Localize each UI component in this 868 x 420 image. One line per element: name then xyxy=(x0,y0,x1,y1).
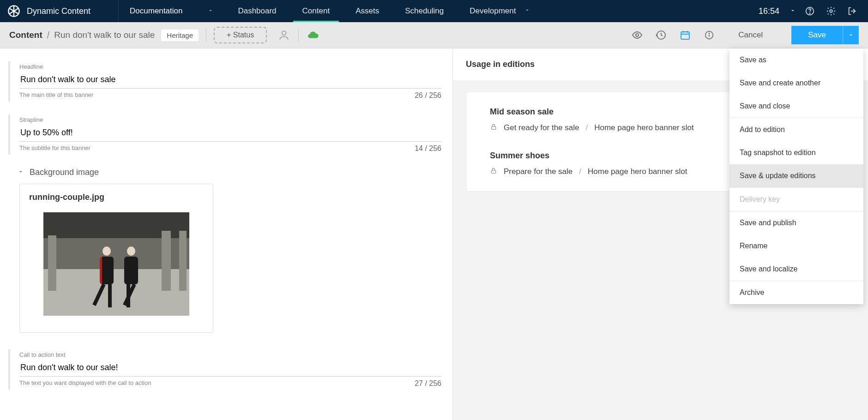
char-count: 14 / 256 xyxy=(415,144,441,153)
chevron-down-icon xyxy=(790,6,796,16)
separator xyxy=(298,28,299,42)
toolbar-icons: Cancel Save xyxy=(631,26,859,44)
nav-tabs: Dashboard Content Assets Scheduling Deve… xyxy=(225,0,543,22)
svg-point-5 xyxy=(636,34,639,36)
breadcrumb: Content / Run don't walk to our sale xyxy=(9,30,155,41)
logout-icon[interactable] xyxy=(845,4,860,18)
menu-item-rename[interactable]: Rename xyxy=(729,234,863,258)
svg-point-3 xyxy=(830,10,832,12)
tab-scheduling[interactable]: Scheduling xyxy=(392,0,457,22)
tab-assets[interactable]: Assets xyxy=(343,0,392,22)
nav-documentation[interactable]: Documentation xyxy=(119,0,225,22)
cta-input[interactable] xyxy=(19,360,441,377)
topbar-right: 16:54 xyxy=(759,4,868,18)
svg-rect-6 xyxy=(681,32,689,39)
path-sep: / xyxy=(585,123,588,132)
cancel-button[interactable]: Cancel xyxy=(727,26,774,44)
field-cta: Call to action text The text you want di… xyxy=(8,349,441,390)
brand-title: Dynamic Content xyxy=(27,0,119,22)
tab-dashboard[interactable]: Dashboard xyxy=(225,0,289,22)
save-menu: Save asSave and create anotherSave and c… xyxy=(729,48,863,304)
menu-item-save-update-editions[interactable]: Save & update editions xyxy=(729,164,863,187)
menu-item-add-to-edition[interactable]: Add to edition xyxy=(729,118,863,141)
save-button[interactable]: Save xyxy=(791,26,843,44)
char-count: 26 / 256 xyxy=(415,91,441,100)
nav-documentation-label: Documentation xyxy=(130,6,182,16)
breadcrumb-leaf: Run don't walk to our sale xyxy=(54,30,155,40)
path-sep: / xyxy=(579,167,581,176)
bg-image-label: Background image xyxy=(30,168,99,177)
char-count: 27 / 256 xyxy=(415,379,441,388)
strapline-input[interactable] xyxy=(19,125,441,142)
cloud-icon[interactable] xyxy=(306,28,320,42)
gear-icon[interactable] xyxy=(824,4,838,18)
separator xyxy=(206,28,206,42)
field-label: Call to action text xyxy=(19,351,441,358)
tab-development[interactable]: Development xyxy=(457,0,543,22)
edition-path-2: Home page hero banner slot xyxy=(588,167,687,176)
tab-content[interactable]: Content xyxy=(289,0,343,22)
field-help: The subtitle for this banner xyxy=(19,144,90,153)
breadcrumb-root[interactable]: Content xyxy=(9,30,42,40)
menu-item-save-and-publish[interactable]: Save and publish xyxy=(729,211,863,234)
clock-time: 16:54 xyxy=(759,6,779,16)
tab-development-label: Development xyxy=(470,6,516,16)
menu-item-save-and-close[interactable]: Save and close xyxy=(729,95,863,118)
eye-icon[interactable] xyxy=(631,29,643,41)
chevron-down-icon xyxy=(207,7,214,15)
user-icon[interactable] xyxy=(277,28,291,42)
edition-path-1: Prepare for the sale xyxy=(504,167,573,176)
edition-path-2: Home page hero banner slot xyxy=(594,123,693,132)
info-icon[interactable] xyxy=(703,29,715,41)
edition-path-1: Get ready for the sale xyxy=(504,123,579,132)
menu-item-save-as[interactable]: Save as xyxy=(729,48,863,72)
app-logo xyxy=(6,4,21,18)
menu-item-save-and-localize[interactable]: Save and localize xyxy=(729,258,863,281)
image-filename: running-couple.jpg xyxy=(29,192,204,202)
field-label: Headline xyxy=(19,63,441,70)
menu-item-delivery-key: Delivery key xyxy=(729,188,863,211)
calendar-icon[interactable] xyxy=(679,29,691,41)
svg-point-8 xyxy=(709,33,710,34)
field-headline: Headline The main title of this banner 2… xyxy=(8,61,441,102)
svg-rect-9 xyxy=(491,126,495,129)
form-panel: Headline The main title of this banner 2… xyxy=(0,48,453,420)
svg-point-2 xyxy=(809,13,810,13)
svg-rect-10 xyxy=(491,170,495,173)
sub-toolbar: Content / Run don't walk to our sale Her… xyxy=(0,22,868,48)
lock-icon xyxy=(490,123,497,132)
status-pill[interactable]: + Status xyxy=(214,27,267,43)
breadcrumb-sep: / xyxy=(47,30,50,41)
field-help: The text you want displayed with the cal… xyxy=(19,379,151,388)
lock-icon xyxy=(490,167,497,176)
top-nav: Dynamic Content Documentation Dashboard … xyxy=(0,0,868,22)
field-label: Strapline xyxy=(19,116,441,123)
save-button-group: Save xyxy=(791,26,859,44)
save-dropdown-toggle[interactable] xyxy=(843,26,859,44)
field-help: The main title of this banner xyxy=(19,91,93,100)
menu-item-tag-snapshot-to-edition[interactable]: Tag snapshot to edition xyxy=(729,141,863,164)
menu-item-archive[interactable]: Archive xyxy=(729,281,863,304)
history-icon[interactable] xyxy=(655,29,667,41)
image-thumbnail xyxy=(43,212,189,316)
menu-item-save-and-create-another[interactable]: Save and create another xyxy=(729,72,863,95)
help-icon[interactable] xyxy=(802,4,817,18)
image-card[interactable]: running-couple.jpg xyxy=(19,184,213,333)
chevron-down-icon xyxy=(18,168,24,177)
svg-point-4 xyxy=(282,31,286,35)
field-strapline: Strapline The subtitle for this banner 1… xyxy=(8,114,441,155)
clock[interactable]: 16:54 xyxy=(759,6,796,16)
bg-image-toggle[interactable]: Background image xyxy=(18,168,441,177)
headline-input[interactable] xyxy=(19,72,441,89)
chevron-down-icon xyxy=(524,6,530,16)
tag-heritage[interactable]: Heritage xyxy=(161,30,199,41)
